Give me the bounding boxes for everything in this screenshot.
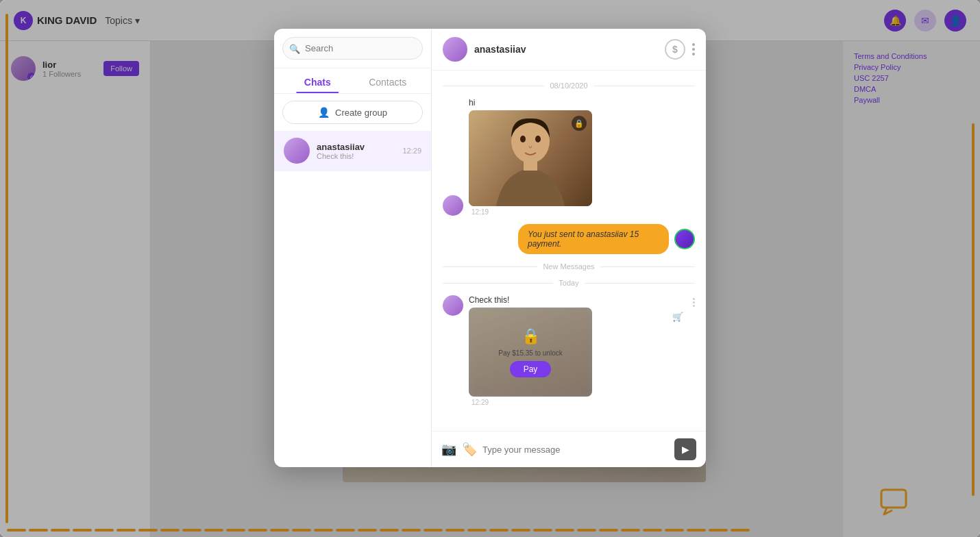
conv-avatar: [443, 37, 467, 62]
cart-icon: 🛒: [672, 312, 683, 322]
msg-time-1: 12:19: [469, 208, 592, 216]
locked-image: 🔒 Pay $15.35 to unlock Pay: [469, 308, 592, 397]
locked-overlay: 🔒 Pay $15.35 to unlock Pay: [469, 308, 592, 397]
svg-point-5: [535, 136, 541, 142]
tab-contacts[interactable]: Contacts: [353, 68, 424, 93]
message-input-area: 📷 🏷️ ▶: [432, 431, 706, 467]
date-divider: 08/10/2020: [443, 82, 695, 90]
chat-modal: 🔍 Chats Contacts 👤 Create grou: [274, 29, 706, 467]
chat-tabs: Chats Contacts: [274, 68, 431, 94]
search-wrapper: 🔍: [282, 37, 423, 60]
msg-text-hi: hi: [469, 98, 592, 108]
app-background: K KING DAVID Topics ▾ 🔔 ✉ 👤 ✓ lior: [0, 0, 980, 537]
conv-name: anastasiiav: [474, 44, 526, 55]
lock-icon-overlay: 🔒: [572, 116, 587, 131]
svg-point-4: [520, 136, 526, 142]
modal-overlay: 🔍 Chats Contacts 👤 Create grou: [0, 0, 980, 537]
search-icon: 🔍: [289, 43, 300, 53]
chat-list-item[interactable]: anastasiiav Check this! 12:29: [274, 131, 431, 171]
chat-item-time: 12:29: [402, 147, 421, 155]
tag-icon[interactable]: 🏷️: [462, 442, 477, 457]
locked-msg-content: Check this! 🛒 🔒 Pay $15.35 to unlock: [469, 295, 687, 406]
message-input[interactable]: [482, 445, 669, 455]
pay-to-unlock-text: Pay $15.35 to unlock: [498, 349, 562, 357]
chat-item-info: anastasiiav Check this!: [317, 142, 395, 160]
search-input[interactable]: [282, 37, 423, 60]
tab-chats[interactable]: Chats: [282, 68, 353, 93]
self-avatar-payment: [674, 229, 695, 249]
message-bubble-1: hi: [469, 98, 592, 216]
chat-item-preview: Check this!: [317, 152, 395, 160]
create-group-icon: 👤: [318, 107, 330, 118]
create-group-button[interactable]: 👤 Create group: [282, 101, 423, 124]
more-options-button[interactable]: [692, 43, 695, 55]
chat-item-avatar: [284, 138, 310, 164]
payment-notification-row: You just sent to anastasiiav 15 payment.: [443, 224, 695, 254]
locked-image-wrapper: 🛒 🔒 Pay $15.35 to unlock Pay: [469, 308, 687, 397]
message-image: 🔒: [469, 110, 592, 206]
svg-rect-3: [524, 160, 537, 171]
message-row-incoming-2: Check this! 🛒 🔒 Pay $15.35 to unlock: [443, 295, 695, 406]
conv-header-left: anastasiiav: [443, 37, 526, 62]
conversation-header: anastasiiav $: [432, 29, 706, 71]
today-divider: Today: [443, 279, 695, 287]
chat-list-panel: 🔍 Chats Contacts 👤 Create grou: [274, 29, 432, 467]
messages-area: 08/10/2020 hi: [432, 71, 706, 431]
attachment-icon[interactable]: 📷: [441, 442, 456, 457]
new-messages-divider: New Messages: [443, 262, 695, 271]
lock-icon: 🔒: [522, 327, 540, 345]
conv-header-right: $: [665, 39, 695, 60]
msg-avatar-incoming: [443, 195, 463, 216]
send-button[interactable]: ▶: [674, 438, 696, 460]
message-row-incoming-1: hi: [443, 98, 695, 216]
pay-button[interactable]: Pay: [510, 361, 552, 377]
check-this-text: Check this!: [469, 295, 687, 305]
chat-search-area: 🔍: [274, 29, 431, 68]
msg-time-2: 12:29: [469, 399, 687, 406]
chat-item-name: anastasiiav: [317, 142, 395, 152]
payment-notification: You just sent to anastasiiav 15 payment.: [518, 224, 669, 254]
msg-avatar-2: [443, 295, 463, 316]
chat-conversation-panel: anastasiiav $ 08/10/2: [432, 29, 706, 467]
payment-button[interactable]: $: [665, 39, 685, 60]
message-more-dots[interactable]: [693, 298, 695, 307]
chat-conversation-list: anastasiiav Check this! 12:29: [274, 131, 431, 467]
